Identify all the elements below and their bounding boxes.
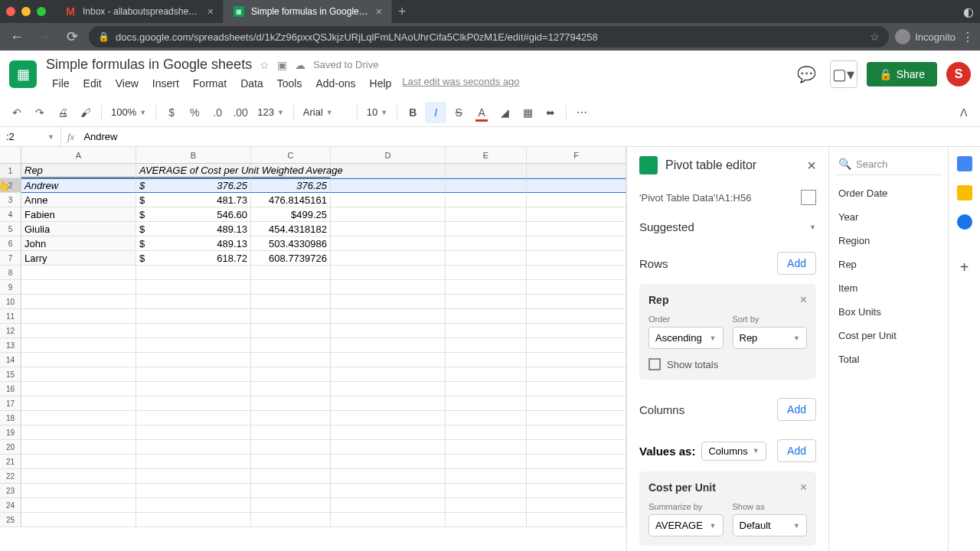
cell[interactable]: [527, 251, 626, 266]
url-input[interactable]: 🔒 docs.google.com/spreadsheets/d/1kZz96p…: [89, 26, 889, 47]
cell[interactable]: [446, 513, 527, 527]
percent-icon[interactable]: %: [184, 102, 205, 123]
row-header[interactable]: 14: [0, 353, 21, 367]
cell[interactable]: [331, 236, 446, 251]
cell[interactable]: [446, 455, 527, 469]
cell[interactable]: [136, 469, 251, 484]
cell[interactable]: [251, 295, 331, 309]
remove-icon[interactable]: ×: [800, 481, 807, 494]
cell[interactable]: Anne: [21, 193, 136, 207]
italic-icon[interactable]: I: [425, 102, 446, 123]
cell[interactable]: [21, 498, 136, 513]
account-icon[interactable]: ◐: [963, 5, 974, 19]
cell[interactable]: [21, 484, 136, 498]
row-header[interactable]: 5: [0, 222, 21, 236]
last-edit-link[interactable]: Last edit was seconds ago: [402, 76, 519, 91]
cell[interactable]: $489.13: [136, 222, 251, 236]
maximize-window[interactable]: [37, 7, 46, 16]
row-header[interactable]: 10: [0, 295, 21, 309]
cell[interactable]: [251, 280, 331, 295]
cell[interactable]: [136, 353, 251, 367]
cell[interactable]: [527, 324, 626, 338]
cell[interactable]: [21, 280, 136, 295]
show-totals-checkbox[interactable]: Show totals: [648, 358, 807, 370]
cell[interactable]: $481.73: [136, 193, 251, 207]
summarize-select[interactable]: AVERAGE▼: [648, 514, 724, 536]
add-values-button[interactable]: Add: [777, 439, 816, 462]
pivot-range-input[interactable]: 'Pivot Table Data'!A1:H56: [639, 192, 795, 204]
cell[interactable]: [527, 164, 626, 178]
cell[interactable]: [136, 396, 251, 411]
cell[interactable]: [446, 324, 527, 338]
cell[interactable]: $546.60: [136, 207, 251, 222]
tasks-icon[interactable]: [957, 214, 972, 230]
cell[interactable]: [446, 164, 527, 178]
column-header[interactable]: A: [21, 147, 136, 163]
redo-icon[interactable]: ↷: [29, 102, 51, 123]
values-as-select[interactable]: Columns▼: [701, 442, 766, 461]
cell[interactable]: [251, 382, 331, 396]
column-header[interactable]: E: [446, 147, 527, 163]
user-avatar[interactable]: S: [946, 62, 971, 86]
cell[interactable]: [527, 411, 626, 425]
reload-button[interactable]: ⟳: [61, 28, 83, 45]
cell[interactable]: [251, 266, 331, 280]
row-header[interactable]: 23: [0, 484, 21, 498]
cell[interactable]: [251, 396, 331, 411]
cell[interactable]: 376.25: [251, 178, 331, 193]
cell[interactable]: [251, 513, 331, 527]
row-header[interactable]: 8: [0, 266, 21, 280]
cell[interactable]: Giulia: [21, 222, 136, 236]
cell[interactable]: [527, 513, 626, 527]
menu-data[interactable]: Data: [234, 76, 270, 91]
cell[interactable]: [446, 236, 527, 251]
cell[interactable]: [136, 425, 251, 440]
remove-icon[interactable]: ×: [800, 293, 807, 307]
strikethrough-icon[interactable]: S: [448, 102, 469, 123]
select-all-corner[interactable]: [0, 147, 21, 163]
cell[interactable]: [331, 469, 446, 484]
order-select[interactable]: Ascending▼: [648, 327, 724, 349]
cell[interactable]: [446, 178, 527, 193]
paint-format-icon[interactable]: 🖌: [75, 102, 96, 123]
field-item[interactable]: Cost per Unit: [835, 324, 942, 347]
cell[interactable]: [331, 425, 446, 440]
cell[interactable]: John: [21, 236, 136, 251]
cell[interactable]: [446, 425, 527, 440]
calendar-icon[interactable]: [957, 156, 972, 171]
row-header[interactable]: 18: [0, 411, 21, 425]
cell[interactable]: [21, 324, 136, 338]
field-item[interactable]: Rep: [835, 253, 942, 276]
cell[interactable]: [251, 455, 331, 469]
cell[interactable]: $499.25: [251, 207, 331, 222]
cell[interactable]: [446, 484, 527, 498]
cell[interactable]: [331, 338, 446, 353]
decrease-decimal-icon[interactable]: .0: [207, 102, 228, 123]
cell[interactable]: [446, 295, 527, 309]
row-header[interactable]: 15: [0, 367, 21, 382]
cell[interactable]: [136, 440, 251, 455]
share-button[interactable]: 🔒 Share: [867, 62, 937, 86]
cell[interactable]: [527, 193, 626, 207]
cell[interactable]: [527, 338, 626, 353]
cell[interactable]: [251, 484, 331, 498]
cell[interactable]: [21, 382, 136, 396]
cell[interactable]: $489.13: [136, 236, 251, 251]
undo-icon[interactable]: ↶: [6, 102, 28, 123]
cell[interactable]: [136, 382, 251, 396]
cell[interactable]: [527, 295, 626, 309]
suggested-toggle[interactable]: Suggested▼: [639, 211, 816, 243]
sheets-logo-icon[interactable]: ▦: [9, 60, 37, 88]
cell[interactable]: [136, 498, 251, 513]
zoom-select[interactable]: 100%▼: [106, 106, 151, 118]
cell[interactable]: Rep: [21, 164, 136, 178]
cell[interactable]: [446, 382, 527, 396]
row-header[interactable]: 7: [0, 251, 21, 266]
cell[interactable]: [527, 207, 626, 222]
cell[interactable]: [446, 309, 527, 324]
cell[interactable]: [527, 222, 626, 236]
cell[interactable]: [251, 324, 331, 338]
close-tab-icon[interactable]: ×: [207, 5, 214, 18]
cell[interactable]: [446, 222, 527, 236]
cell[interactable]: [331, 207, 446, 222]
